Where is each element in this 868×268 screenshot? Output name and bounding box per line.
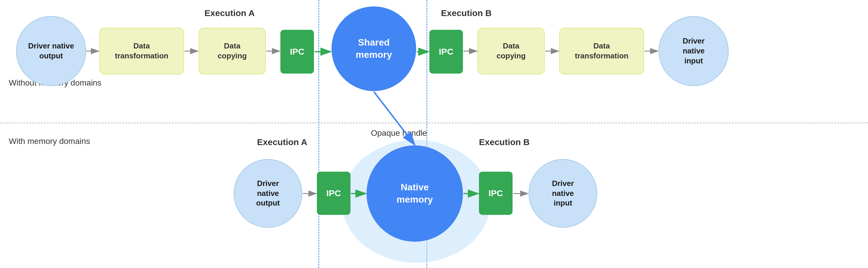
label-with-memory-domains: With memory domains [9,137,90,146]
ipc-bottom-2: IPC [479,172,513,215]
native-memory: Nativememory [367,145,463,242]
diagram-container: Without memory domains With memory domai… [0,0,868,268]
exec-b-bottom-label: Execution B [479,137,529,147]
ipc-1: IPC [280,30,314,74]
data-transformation-2: Datatransformation [559,28,644,74]
data-copying-2: Datacopying [477,28,545,74]
exec-a-top-label: Execution A [205,8,255,18]
shared-memory: Sharedmemory [332,6,416,91]
exec-a-bottom-label: Execution A [257,137,307,147]
exec-b-top-label: Execution B [441,8,492,18]
ipc-2: IPC [429,30,463,74]
vline-left [318,0,319,268]
data-copying-1: Datacopying [198,28,266,74]
data-transformation-1: Datatransformation [99,28,184,74]
opaque-handle-label: Opaque handle [371,129,427,138]
driver-native-input-top: Drivernativeinput [659,16,729,86]
driver-native-output-bottom: Drivernativeoutput [234,159,302,228]
driver-native-output-top: Driver native output [16,16,86,86]
driver-native-input-bottom: Drivernativeinput [529,159,597,228]
ipc-bottom-1: IPC [317,172,350,215]
divider [0,123,868,123]
